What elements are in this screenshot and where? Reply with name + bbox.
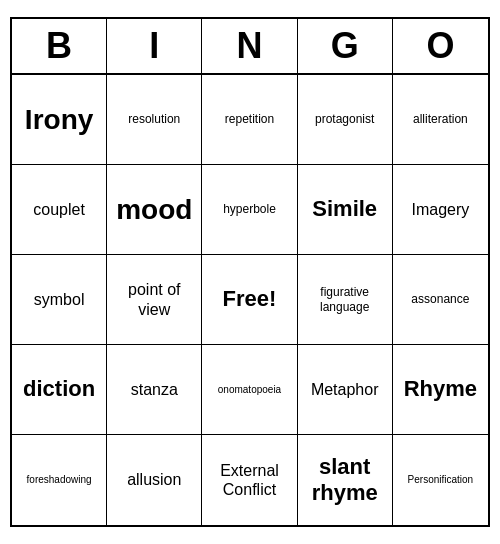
cell-2-2: Free! <box>202 255 297 345</box>
header-letter: O <box>393 19 488 73</box>
cell-3-3: Metaphor <box>298 345 393 435</box>
cell-0-3: protagonist <box>298 75 393 165</box>
cell-text: slant rhyme <box>304 454 386 507</box>
cell-2-1: point of view <box>107 255 202 345</box>
cell-text: repetition <box>225 112 274 126</box>
cell-text: figurative language <box>304 285 386 314</box>
cell-1-1: mood <box>107 165 202 255</box>
cell-text: Metaphor <box>311 380 379 399</box>
cell-text: Imagery <box>411 200 469 219</box>
cell-0-1: resolution <box>107 75 202 165</box>
cell-text: mood <box>116 193 192 227</box>
cell-text: alliteration <box>413 112 468 126</box>
cell-0-4: alliteration <box>393 75 488 165</box>
cell-1-2: hyperbole <box>202 165 297 255</box>
cell-0-2: repetition <box>202 75 297 165</box>
cell-text: symbol <box>34 290 85 309</box>
cell-0-0: Irony <box>12 75 107 165</box>
cell-text: couplet <box>33 200 85 219</box>
header-letter: B <box>12 19 107 73</box>
cell-4-1: allusion <box>107 435 202 525</box>
bingo-header: BINGO <box>12 19 488 75</box>
cell-3-4: Rhyme <box>393 345 488 435</box>
bingo-grid: Ironyresolutionrepetitionprotagonistalli… <box>12 75 488 525</box>
cell-text: foreshadowing <box>27 474 92 486</box>
cell-text: Simile <box>312 196 377 222</box>
cell-4-4: Personification <box>393 435 488 525</box>
cell-4-0: foreshadowing <box>12 435 107 525</box>
cell-3-2: onomatopoeia <box>202 345 297 435</box>
cell-text: point of view <box>113 280 195 318</box>
cell-3-0: diction <box>12 345 107 435</box>
bingo-card: BINGO Ironyresolutionrepetitionprotagoni… <box>10 17 490 527</box>
cell-2-3: figurative language <box>298 255 393 345</box>
cell-text: hyperbole <box>223 202 276 216</box>
cell-1-0: couplet <box>12 165 107 255</box>
cell-text: assonance <box>411 292 469 306</box>
header-letter: I <box>107 19 202 73</box>
cell-text: diction <box>23 376 95 402</box>
header-letter: G <box>298 19 393 73</box>
cell-text: resolution <box>128 112 180 126</box>
cell-text: Personification <box>408 474 474 486</box>
cell-4-3: slant rhyme <box>298 435 393 525</box>
cell-2-4: assonance <box>393 255 488 345</box>
cell-4-2: External Conflict <box>202 435 297 525</box>
cell-text: External Conflict <box>208 461 290 499</box>
cell-text: stanza <box>131 380 178 399</box>
header-letter: N <box>202 19 297 73</box>
cell-text: allusion <box>127 470 181 489</box>
cell-1-4: Imagery <box>393 165 488 255</box>
cell-1-3: Simile <box>298 165 393 255</box>
cell-3-1: stanza <box>107 345 202 435</box>
cell-text: onomatopoeia <box>218 384 281 396</box>
cell-2-0: symbol <box>12 255 107 345</box>
cell-text: Free! <box>223 286 277 312</box>
cell-text: protagonist <box>315 112 374 126</box>
cell-text: Irony <box>25 103 93 137</box>
cell-text: Rhyme <box>404 376 477 402</box>
